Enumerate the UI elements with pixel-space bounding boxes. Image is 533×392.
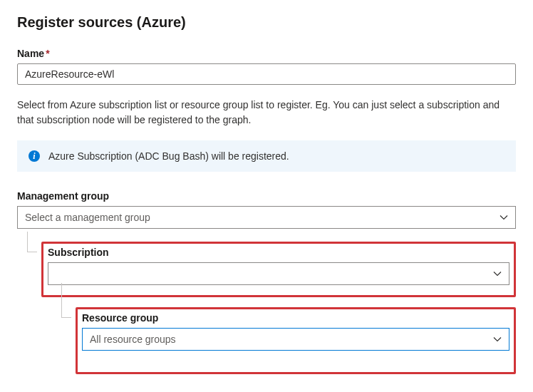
- management-group-dropdown[interactable]: Select a management group: [17, 206, 516, 229]
- resource-group-highlight: Resource group All resource groups: [76, 307, 516, 374]
- resource-group-label: Resource group: [82, 312, 509, 324]
- management-group-field: Management group Select a management gro…: [17, 190, 516, 229]
- info-text: Azure Subscription (ADC Bug Bash) will b…: [48, 150, 289, 162]
- required-asterisk: *: [46, 48, 49, 59]
- chevron-down-icon: [493, 269, 502, 278]
- chevron-down-icon: [493, 335, 502, 344]
- name-label-text: Name: [17, 48, 44, 59]
- chevron-down-icon: [500, 213, 508, 222]
- subscription-dropdown[interactable]: [48, 262, 509, 285]
- help-text: Select from Azure subscription list or r…: [17, 98, 516, 128]
- name-field-group: Name*: [17, 48, 516, 85]
- subscription-label: Subscription: [48, 247, 509, 258]
- name-input[interactable]: [17, 63, 516, 85]
- resource-group-tree-node: Resource group All resource groups: [61, 297, 516, 374]
- page-title: Register sources (Azure): [17, 14, 516, 31]
- management-group-label: Management group: [17, 190, 516, 202]
- management-group-placeholder: Select a management group: [25, 212, 150, 223]
- subscription-tree-node: Subscription Resource group All resource…: [27, 232, 516, 374]
- hierarchy-tree: Management group Select a management gro…: [17, 190, 516, 374]
- info-banner: i Azure Subscription (ADC Bug Bash) will…: [17, 140, 516, 172]
- resource-group-value: All resource groups: [90, 334, 176, 345]
- name-label: Name*: [17, 48, 516, 59]
- subscription-highlight: Subscription: [41, 242, 516, 297]
- resource-group-dropdown[interactable]: All resource groups: [82, 328, 509, 351]
- info-icon: i: [29, 150, 40, 162]
